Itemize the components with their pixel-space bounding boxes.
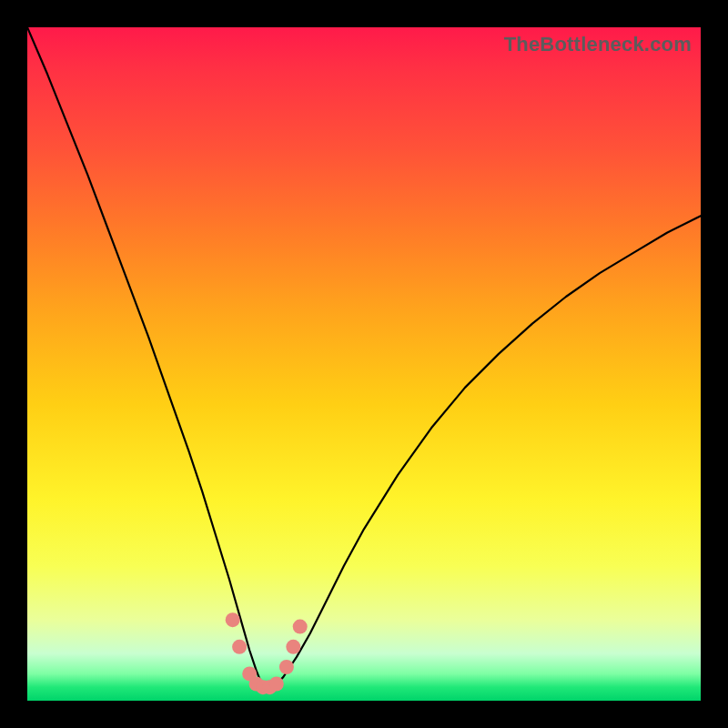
curve-marker xyxy=(226,612,240,627)
bottleneck-curve xyxy=(27,27,701,701)
curve-marker xyxy=(286,640,300,654)
curve-marker xyxy=(279,660,294,674)
attribution-text: TheBottleneck.com xyxy=(504,33,692,56)
curve-marker xyxy=(293,620,308,634)
plot-area: TheBottleneck.com xyxy=(27,27,701,701)
curve-marker xyxy=(232,640,247,654)
curve-marker xyxy=(269,677,284,692)
chart-frame: TheBottleneck.com xyxy=(0,0,728,728)
